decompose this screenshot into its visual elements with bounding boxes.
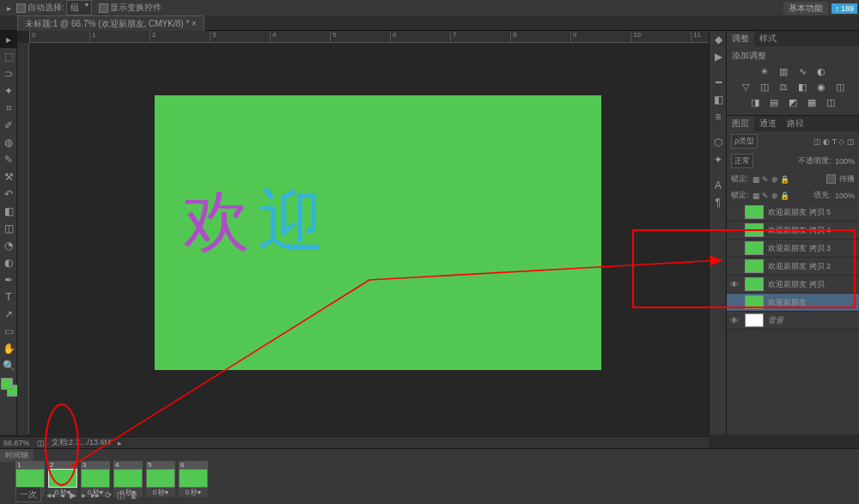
workspace-label[interactable]: 基本功能 <box>783 2 828 15</box>
posterize-icon[interactable]: ▤ <box>768 96 780 108</box>
eyedropper-tool[interactable]: ✐ <box>0 117 17 134</box>
timeline-tab[interactable]: 时间轴 <box>0 449 34 462</box>
layer-item[interactable]: 欢迎新朋友 拷贝 2 <box>727 258 859 276</box>
layer-item[interactable]: 👁 背景 <box>727 312 859 330</box>
layer-thumbnail[interactable] <box>745 205 764 219</box>
transform-checkbox[interactable] <box>99 3 108 13</box>
next-frame-icon[interactable]: ▸ <box>82 490 86 500</box>
mixer-icon[interactable]: ◫ <box>834 81 846 93</box>
prev-frame-icon[interactable]: ◂ <box>60 490 64 500</box>
frame-thumb[interactable] <box>81 469 110 488</box>
shape-tool[interactable]: ▭ <box>0 323 17 340</box>
frame-thumb[interactable] <box>15 469 45 488</box>
layer-thumbnail[interactable] <box>745 277 764 291</box>
blur-tool[interactable]: ◔ <box>0 237 17 254</box>
brightness-icon[interactable]: ☀ <box>758 65 771 77</box>
dock-para-icon[interactable]: ¶ <box>710 194 727 211</box>
gradient-map-icon[interactable]: ▦ <box>806 96 818 108</box>
frame-duration[interactable]: 0 秒▾ <box>146 488 175 497</box>
layer-item[interactable]: 欢迎新朋友 拷贝 5 <box>727 203 859 222</box>
play-icon[interactable]: ▶ <box>70 490 76 500</box>
dock-char-icon[interactable]: A <box>710 177 727 194</box>
zoom-level[interactable]: 66.67% <box>3 439 30 447</box>
threshold-icon[interactable]: ◩ <box>787 96 799 108</box>
vibrance-icon[interactable]: ▽ <box>740 81 752 93</box>
layer-thumbnail[interactable] <box>745 313 764 327</box>
dock-spark-icon[interactable]: ✦ <box>710 151 727 168</box>
layer-thumbnail[interactable] <box>745 295 764 309</box>
dock-swatches-icon[interactable]: ≡ <box>710 108 727 125</box>
layer-item[interactable]: 欢迎新朋友 拷贝 4 <box>727 222 859 240</box>
document-tab[interactable]: 未标题:1 @ 66.7% (欢迎新朋友, CMYK/8) * × <box>17 15 204 33</box>
auto-select-checkbox[interactable] <box>16 3 26 13</box>
new-frame-icon[interactable]: ◫ <box>117 490 125 500</box>
dock-actions-icon[interactable]: ▶ <box>710 48 727 65</box>
path-tool[interactable]: ↗ <box>0 306 17 323</box>
pen-tool[interactable]: ✒ <box>0 271 17 288</box>
dock-brush-icon[interactable]: ◧ <box>710 91 727 108</box>
hand-tool[interactable]: ✋ <box>0 340 17 357</box>
visibility-icon[interactable]: 👁 <box>727 316 742 325</box>
layer-kind[interactable]: ρ类型 <box>731 134 758 149</box>
crop-tool[interactable]: ⌗ <box>0 100 17 117</box>
layer-thumbnail[interactable] <box>745 241 764 255</box>
marquee-tool[interactable]: ⬚ <box>0 48 17 65</box>
levels-icon[interactable]: ▥ <box>777 65 789 77</box>
layer-item[interactable]: 👁 欢迎新朋友 拷贝 <box>727 276 859 294</box>
adjustments-panel: 添加调整 ☀ ▥ ∿ ◐ ▽ ◫ ⚖ ◧ ◉ ◫ ◨ ▤ ◩ ▦ ◫ <box>727 46 859 115</box>
layer-item[interactable]: 欢迎新朋友 <box>727 294 859 312</box>
invert-icon[interactable]: ◨ <box>749 96 761 108</box>
visibility-icon[interactable]: 👁 <box>727 280 742 289</box>
selective-icon[interactable]: ◫ <box>825 96 837 108</box>
canvas[interactable]: 欢 迎 <box>155 95 601 370</box>
timeline-frame[interactable]: 5 0 秒▾ <box>146 461 175 497</box>
exposure-icon[interactable]: ◐ <box>815 65 827 77</box>
brush-tool[interactable]: ✎ <box>0 151 17 168</box>
tab-paths[interactable]: 路径 <box>782 116 809 131</box>
fill-value[interactable]: 100% <box>835 191 855 200</box>
layer-thumbnail[interactable] <box>745 259 764 273</box>
frame-duration[interactable]: 0 秒▾ <box>179 488 208 497</box>
first-frame-icon[interactable]: ◂◂ <box>46 490 55 500</box>
heal-tool[interactable]: ◍ <box>0 134 17 151</box>
frame-thumb[interactable] <box>179 469 208 488</box>
foreground-color[interactable] <box>1 378 13 390</box>
share-badge[interactable]: 189 <box>832 3 857 14</box>
stamp-tool[interactable]: ⚒ <box>0 168 17 185</box>
tween-icon[interactable]: ⟳ <box>105 490 112 500</box>
hue-icon[interactable]: ◫ <box>758 81 771 93</box>
tab-layers[interactable]: 图层 <box>727 116 754 131</box>
tab-styles[interactable]: 样式 <box>754 31 782 46</box>
wand-tool[interactable]: ✦ <box>0 82 17 100</box>
frame-thumb[interactable] <box>146 469 175 488</box>
frame-thumb[interactable] <box>113 469 143 488</box>
status-arrow-icon[interactable]: ▸ <box>118 439 122 447</box>
layer-item[interactable]: 欢迎新朋友 拷贝 3 <box>727 240 859 258</box>
dock-clone-icon[interactable]: ⬡ <box>710 134 727 151</box>
balance-icon[interactable]: ⚖ <box>777 81 789 93</box>
tab-channels[interactable]: 通道 <box>754 116 782 131</box>
lasso-tool[interactable]: ⊃ <box>0 65 17 82</box>
eraser-tool[interactable]: ◧ <box>0 203 17 220</box>
curves-icon[interactable]: ∿ <box>796 65 808 77</box>
layer-thumbnail[interactable] <box>745 223 764 237</box>
type-tool[interactable]: T <box>0 288 17 306</box>
history-brush-tool[interactable]: ↶ <box>0 185 17 203</box>
dock-properties-icon[interactable]: ━ <box>710 74 727 91</box>
photo-filter-icon[interactable]: ◉ <box>815 81 827 93</box>
loop-dropdown[interactable]: 一次 <box>15 487 41 502</box>
propagate-checkbox[interactable] <box>826 174 836 184</box>
move-tool[interactable]: ▸ <box>0 31 17 48</box>
color-swatches[interactable] <box>0 378 16 404</box>
last-frame-icon[interactable]: ▸▸ <box>91 490 100 500</box>
group-dropdown[interactable]: 组 <box>66 0 92 15</box>
gradient-tool[interactable]: ◫ <box>0 220 17 237</box>
bw-icon[interactable]: ◧ <box>796 81 808 93</box>
delete-frame-icon[interactable]: 🗑 <box>130 490 138 500</box>
zoom-tool[interactable]: 🔍 <box>0 357 17 374</box>
blend-mode[interactable]: 正常 <box>731 154 753 168</box>
dodge-tool[interactable]: ◐ <box>0 254 17 271</box>
opacity-value[interactable]: 100% <box>835 157 855 166</box>
timeline-frame[interactable]: 6 0 秒▾ <box>179 461 208 497</box>
frame-thumb[interactable] <box>48 469 77 488</box>
